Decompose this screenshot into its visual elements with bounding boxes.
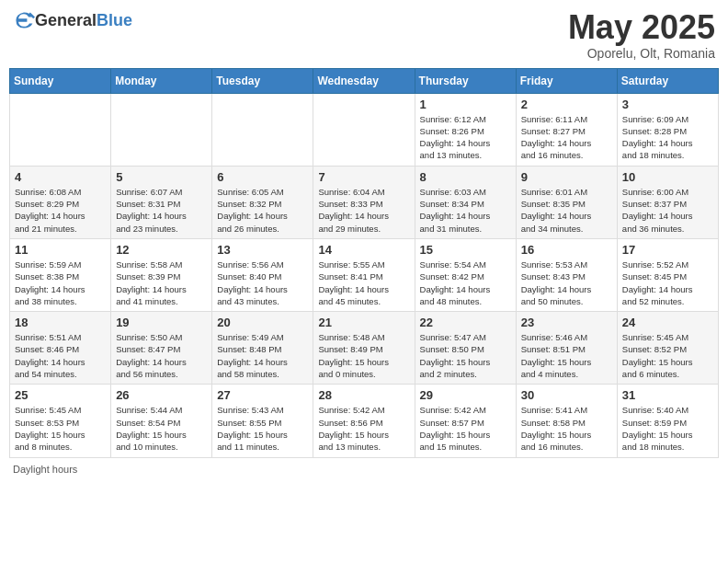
calendar-cell: 27Sunrise: 5:43 AM Sunset: 8:55 PM Dayli… xyxy=(212,385,313,457)
day-info: Sunrise: 6:03 AM Sunset: 8:34 PM Dayligh… xyxy=(420,186,511,235)
day-info: Sunrise: 6:08 AM Sunset: 8:29 PM Dayligh… xyxy=(15,186,106,235)
calendar-cell xyxy=(111,93,212,166)
day-number: 17 xyxy=(622,243,713,257)
day-info: Sunrise: 5:49 AM Sunset: 8:48 PM Dayligh… xyxy=(217,331,308,380)
calendar-cell: 3Sunrise: 6:09 AM Sunset: 8:28 PM Daylig… xyxy=(617,93,718,166)
calendar-title: May 2025 xyxy=(568,9,715,46)
day-info: Sunrise: 5:44 AM Sunset: 8:54 PM Dayligh… xyxy=(116,404,207,453)
logo-icon xyxy=(13,9,35,31)
calendar-cell xyxy=(10,93,111,166)
day-number: 7 xyxy=(318,170,409,184)
day-info: Sunrise: 5:47 AM Sunset: 8:50 PM Dayligh… xyxy=(420,331,511,380)
day-number: 11 xyxy=(15,243,106,257)
calendar-cell: 29Sunrise: 5:42 AM Sunset: 8:57 PM Dayli… xyxy=(415,385,516,457)
calendar-cell: 2Sunrise: 6:11 AM Sunset: 8:27 PM Daylig… xyxy=(516,93,617,166)
day-number: 29 xyxy=(420,388,511,402)
calendar-cell: 21Sunrise: 5:48 AM Sunset: 8:49 PM Dayli… xyxy=(313,312,415,385)
calendar-cell: 8Sunrise: 6:03 AM Sunset: 8:34 PM Daylig… xyxy=(415,166,516,238)
weekday-header-tuesday: Tuesday xyxy=(212,68,313,93)
logo-general-text: General xyxy=(35,11,97,29)
calendar-cell: 14Sunrise: 5:55 AM Sunset: 8:41 PM Dayli… xyxy=(313,238,415,311)
calendar-cell: 25Sunrise: 5:45 AM Sunset: 8:53 PM Dayli… xyxy=(10,385,111,457)
day-number: 10 xyxy=(622,170,713,184)
day-info: Sunrise: 6:00 AM Sunset: 8:37 PM Dayligh… xyxy=(622,186,713,235)
page-header: GeneralBlue May 2025 Oporelu, Olt, Roman… xyxy=(9,9,719,61)
day-info: Sunrise: 5:58 AM Sunset: 8:39 PM Dayligh… xyxy=(116,259,207,307)
day-number: 19 xyxy=(116,316,207,329)
day-number: 2 xyxy=(521,98,612,111)
day-number: 12 xyxy=(116,243,207,257)
calendar-week-row: 4Sunrise: 6:08 AM Sunset: 8:29 PM Daylig… xyxy=(10,166,719,238)
day-number: 25 xyxy=(15,388,106,402)
day-number: 4 xyxy=(15,170,106,184)
calendar-cell: 26Sunrise: 5:44 AM Sunset: 8:54 PM Dayli… xyxy=(111,385,212,457)
day-info: Sunrise: 5:52 AM Sunset: 8:45 PM Dayligh… xyxy=(622,259,713,307)
day-info: Sunrise: 5:45 AM Sunset: 8:53 PM Dayligh… xyxy=(15,404,106,453)
day-info: Sunrise: 5:42 AM Sunset: 8:56 PM Dayligh… xyxy=(318,404,409,453)
day-number: 18 xyxy=(15,316,106,329)
day-number: 16 xyxy=(521,243,612,257)
day-number: 13 xyxy=(217,243,308,257)
weekday-header-wednesday: Wednesday xyxy=(313,68,415,93)
day-info: Sunrise: 5:42 AM Sunset: 8:57 PM Dayligh… xyxy=(420,404,511,453)
daylight-hours-label: Daylight hours xyxy=(13,464,77,475)
calendar-week-row: 11Sunrise: 5:59 AM Sunset: 8:38 PM Dayli… xyxy=(10,238,719,311)
calendar-cell: 17Sunrise: 5:52 AM Sunset: 8:45 PM Dayli… xyxy=(617,238,718,311)
calendar-cell: 22Sunrise: 5:47 AM Sunset: 8:50 PM Dayli… xyxy=(415,312,516,385)
calendar-table: SundayMondayTuesdayWednesdayThursdayFrid… xyxy=(9,68,719,458)
day-number: 20 xyxy=(217,316,308,329)
calendar-cell: 30Sunrise: 5:41 AM Sunset: 8:58 PM Dayli… xyxy=(516,385,617,457)
calendar-week-row: 18Sunrise: 5:51 AM Sunset: 8:46 PM Dayli… xyxy=(10,312,719,385)
day-info: Sunrise: 5:48 AM Sunset: 8:49 PM Dayligh… xyxy=(318,331,409,380)
calendar-cell: 20Sunrise: 5:49 AM Sunset: 8:48 PM Dayli… xyxy=(212,312,313,385)
calendar-cell: 11Sunrise: 5:59 AM Sunset: 8:38 PM Dayli… xyxy=(10,238,111,311)
calendar-cell: 12Sunrise: 5:58 AM Sunset: 8:39 PM Dayli… xyxy=(111,238,212,311)
day-number: 5 xyxy=(116,170,207,184)
day-info: Sunrise: 6:12 AM Sunset: 8:26 PM Dayligh… xyxy=(420,113,511,162)
day-info: Sunrise: 5:53 AM Sunset: 8:43 PM Dayligh… xyxy=(521,259,612,307)
weekday-header-saturday: Saturday xyxy=(617,68,718,93)
day-info: Sunrise: 5:56 AM Sunset: 8:40 PM Dayligh… xyxy=(217,259,308,307)
day-info: Sunrise: 5:40 AM Sunset: 8:59 PM Dayligh… xyxy=(622,404,713,453)
calendar-week-row: 1Sunrise: 6:12 AM Sunset: 8:26 PM Daylig… xyxy=(10,93,719,166)
calendar-cell: 19Sunrise: 5:50 AM Sunset: 8:47 PM Dayli… xyxy=(111,312,212,385)
logo-blue-text: Blue xyxy=(97,11,132,29)
calendar-cell: 7Sunrise: 6:04 AM Sunset: 8:33 PM Daylig… xyxy=(313,166,415,238)
calendar-location: Oporelu, Olt, Romania xyxy=(568,46,715,61)
day-info: Sunrise: 5:45 AM Sunset: 8:52 PM Dayligh… xyxy=(622,331,713,380)
day-info: Sunrise: 5:54 AM Sunset: 8:42 PM Dayligh… xyxy=(420,259,511,307)
calendar-cell xyxy=(313,93,415,166)
day-number: 22 xyxy=(420,316,511,329)
day-number: 1 xyxy=(420,98,511,111)
calendar-cell: 4Sunrise: 6:08 AM Sunset: 8:29 PM Daylig… xyxy=(10,166,111,238)
calendar-cell: 1Sunrise: 6:12 AM Sunset: 8:26 PM Daylig… xyxy=(415,93,516,166)
footer: Daylight hours xyxy=(9,464,719,475)
day-number: 30 xyxy=(521,388,612,402)
day-info: Sunrise: 5:41 AM Sunset: 8:58 PM Dayligh… xyxy=(521,404,612,453)
day-number: 21 xyxy=(318,316,409,329)
day-info: Sunrise: 6:07 AM Sunset: 8:31 PM Dayligh… xyxy=(116,186,207,235)
calendar-cell: 5Sunrise: 6:07 AM Sunset: 8:31 PM Daylig… xyxy=(111,166,212,238)
calendar-cell xyxy=(212,93,313,166)
calendar-cell: 13Sunrise: 5:56 AM Sunset: 8:40 PM Dayli… xyxy=(212,238,313,311)
day-info: Sunrise: 5:59 AM Sunset: 8:38 PM Dayligh… xyxy=(15,259,106,307)
calendar-header-row: SundayMondayTuesdayWednesdayThursdayFrid… xyxy=(10,68,719,93)
day-number: 27 xyxy=(217,388,308,402)
day-info: Sunrise: 5:55 AM Sunset: 8:41 PM Dayligh… xyxy=(318,259,409,307)
day-info: Sunrise: 6:01 AM Sunset: 8:35 PM Dayligh… xyxy=(521,186,612,235)
day-number: 9 xyxy=(521,170,612,184)
day-number: 26 xyxy=(116,388,207,402)
day-number: 24 xyxy=(622,316,713,329)
weekday-header-monday: Monday xyxy=(111,68,212,93)
day-number: 31 xyxy=(622,388,713,402)
calendar-cell: 6Sunrise: 6:05 AM Sunset: 8:32 PM Daylig… xyxy=(212,166,313,238)
day-number: 3 xyxy=(622,98,713,111)
day-number: 8 xyxy=(420,170,511,184)
logo: GeneralBlue xyxy=(13,9,132,31)
weekday-header-thursday: Thursday xyxy=(415,68,516,93)
day-info: Sunrise: 5:46 AM Sunset: 8:51 PM Dayligh… xyxy=(521,331,612,380)
day-number: 6 xyxy=(217,170,308,184)
day-info: Sunrise: 6:04 AM Sunset: 8:33 PM Dayligh… xyxy=(318,186,409,235)
calendar-cell: 18Sunrise: 5:51 AM Sunset: 8:46 PM Dayli… xyxy=(10,312,111,385)
calendar-cell: 28Sunrise: 5:42 AM Sunset: 8:56 PM Dayli… xyxy=(313,385,415,457)
